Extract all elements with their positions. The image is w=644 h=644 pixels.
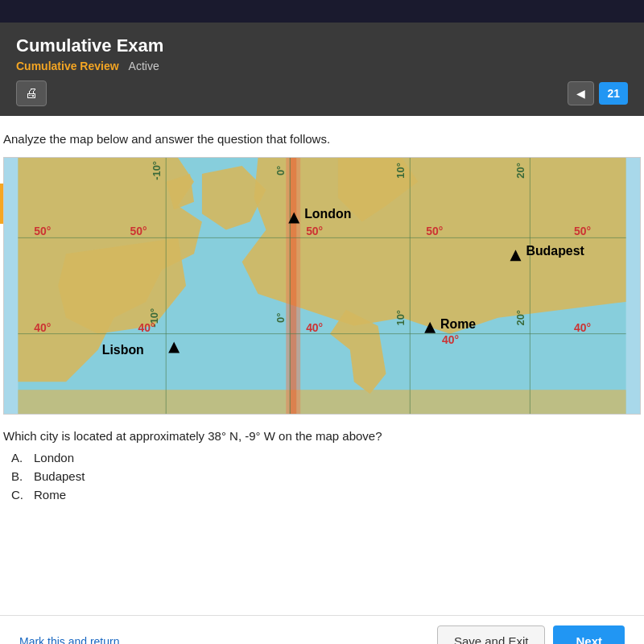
svg-text:0°: 0°	[275, 166, 287, 175]
top-bar	[0, 0, 644, 23]
action-buttons: Save and Exit Next	[437, 625, 625, 644]
nav-controls: ◀ 21	[568, 81, 628, 105]
option-b-letter: B.	[11, 469, 27, 483]
answer-options: A. London B. Budapest C. Rome	[11, 451, 641, 502]
option-c-text: Rome	[34, 488, 66, 502]
option-c[interactable]: C. Rome	[11, 488, 641, 502]
print-button[interactable]: 🖨	[16, 80, 47, 106]
header-section: Cumulative Exam Cumulative Review Active…	[0, 23, 644, 116]
breadcrumb-active: Active	[129, 60, 159, 72]
mark-return-link[interactable]: Mark this and return	[19, 635, 120, 645]
svg-text:10°: 10°	[394, 310, 407, 326]
option-b-text: Budapest	[34, 469, 85, 483]
nav-prev-button[interactable]: ◀	[568, 81, 594, 105]
breadcrumb-link[interactable]: Cumulative Review	[16, 60, 119, 72]
svg-text:Budapest: Budapest	[526, 244, 584, 258]
save-exit-button[interactable]: Save and Exit	[437, 625, 546, 644]
svg-text:50°: 50°	[306, 225, 323, 237]
print-icon: 🖨	[25, 86, 38, 101]
breadcrumb: Cumulative Review Active	[16, 60, 628, 72]
svg-text:20°: 20°	[514, 310, 526, 326]
question-text: Which city is located at approximately 3…	[3, 429, 641, 443]
svg-text:50°: 50°	[130, 225, 147, 237]
page-number: 21	[599, 82, 628, 105]
option-c-letter: C.	[11, 488, 27, 502]
svg-text:0°: 0°	[275, 313, 287, 323]
svg-text:40°: 40°	[574, 321, 591, 334]
svg-text:40°: 40°	[34, 321, 51, 334]
bottom-bar: Mark this and return Save and Exit Next	[0, 615, 644, 644]
toolbar: 🖨 ◀ 21	[16, 80, 628, 106]
option-a-letter: A.	[11, 451, 27, 464]
map-container: -10° 0° 10° 20° -10° 0° 10° 20° 50° 50° …	[3, 157, 641, 415]
svg-text:London: London	[304, 207, 351, 221]
exam-title: Cumulative Exam	[16, 35, 628, 56]
next-button[interactable]: Next	[553, 625, 625, 644]
content-area: Analyze the map below and answer the que…	[0, 116, 644, 615]
svg-text:40°: 40°	[442, 333, 459, 346]
svg-text:50°: 50°	[574, 225, 591, 237]
question-instruction: Analyze the map below and answer the que…	[3, 132, 641, 146]
svg-text:-10°: -10°	[151, 161, 163, 180]
svg-text:40°: 40°	[306, 321, 323, 334]
svg-text:10°: 10°	[394, 163, 407, 179]
svg-text:50°: 50°	[426, 225, 443, 237]
svg-text:Lisbon: Lisbon	[102, 343, 144, 357]
svg-rect-2	[290, 158, 296, 414]
svg-text:20°: 20°	[514, 163, 526, 179]
option-a[interactable]: A. London	[11, 451, 641, 464]
svg-text:50°: 50°	[34, 225, 51, 237]
option-b[interactable]: B. Budapest	[11, 469, 641, 483]
svg-text:40°: 40°	[138, 321, 155, 334]
svg-text:Rome: Rome	[440, 317, 476, 331]
option-a-text: London	[34, 451, 74, 464]
